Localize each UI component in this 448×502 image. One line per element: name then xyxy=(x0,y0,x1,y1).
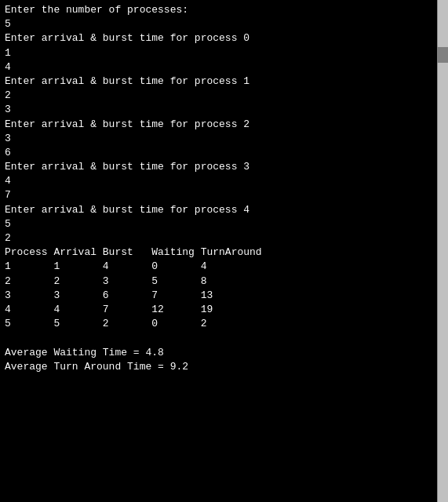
table-row-4: 4 4 7 12 19 xyxy=(5,303,431,317)
prompt-process-3: Enter arrival & burst time for process 3 xyxy=(5,160,431,174)
prompt-process-4: Enter arrival & burst time for process 4 xyxy=(5,203,431,217)
input-arrival-1: 2 xyxy=(5,89,431,103)
prompt-process-2: Enter arrival & burst time for process 2 xyxy=(5,118,431,132)
blank-line xyxy=(5,331,431,345)
avg-turnaround-time: Average Turn Around Time = 9.2 xyxy=(5,360,431,374)
scrollbar-thumb[interactable] xyxy=(437,47,448,63)
input-arrival-2: 3 xyxy=(5,132,431,146)
table-row-2: 2 2 3 5 8 xyxy=(5,275,431,289)
terminal-content: Enter the number of processes: 5 Enter a… xyxy=(5,3,431,374)
input-burst-4: 2 xyxy=(5,231,431,246)
input-arrival-3: 4 xyxy=(5,174,431,188)
table-row-3: 3 3 6 7 13 xyxy=(5,289,431,303)
prompt-num-processes: Enter the number of processes: xyxy=(5,3,431,17)
input-burst-2: 6 xyxy=(5,146,431,160)
input-arrival-0: 1 xyxy=(5,46,431,60)
prompt-process-0: Enter arrival & burst time for process 0 xyxy=(5,31,431,45)
terminal-window: Enter the number of processes: 5 Enter a… xyxy=(0,0,448,502)
input-burst-0: 4 xyxy=(5,60,431,75)
input-burst-1: 3 xyxy=(5,103,431,117)
input-burst-3: 7 xyxy=(5,188,431,202)
prompt-process-1: Enter arrival & burst time for process 1 xyxy=(5,75,431,89)
input-num-processes: 5 xyxy=(5,17,431,31)
table-header: Process Arrival Burst Waiting TurnAround xyxy=(5,246,431,260)
table-row-1: 1 1 4 0 4 xyxy=(5,260,431,274)
input-arrival-4: 5 xyxy=(5,217,431,231)
table-row-5: 5 5 2 0 2 xyxy=(5,317,431,331)
avg-waiting-time: Average Waiting Time = 4.8 xyxy=(5,346,431,360)
scrollbar[interactable] xyxy=(437,0,448,502)
